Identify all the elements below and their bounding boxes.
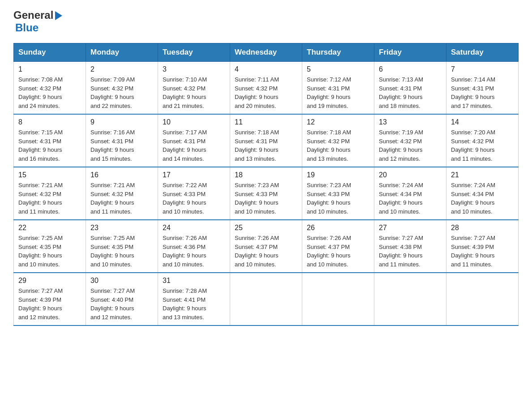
day-info: Sunrise: 7:11 AMSunset: 4:32 PMDaylight:… — [235, 75, 297, 110]
day-info: Sunrise: 7:10 AMSunset: 4:32 PMDaylight:… — [163, 75, 225, 110]
weekday-row: SundayMondayTuesdayWednesdayThursdayFrid… — [14, 43, 519, 62]
day-number: 9 — [90, 118, 153, 126]
calendar-cell: 15Sunrise: 7:21 AMSunset: 4:32 PMDayligh… — [14, 167, 86, 220]
day-number: 31 — [163, 277, 225, 285]
calendar-cell: 3Sunrise: 7:10 AMSunset: 4:32 PMDaylight… — [158, 62, 230, 115]
calendar-cell: 17Sunrise: 7:22 AMSunset: 4:33 PMDayligh… — [158, 167, 230, 220]
day-number: 17 — [163, 171, 225, 179]
calendar-cell: 29Sunrise: 7:27 AMSunset: 4:39 PMDayligh… — [14, 273, 86, 325]
weekday-header-thursday: Thursday — [302, 43, 374, 62]
calendar-cell: 22Sunrise: 7:25 AMSunset: 4:35 PMDayligh… — [14, 220, 86, 273]
day-info: Sunrise: 7:14 AMSunset: 4:31 PMDaylight:… — [451, 75, 514, 110]
day-info: Sunrise: 7:15 AMSunset: 4:31 PMDaylight:… — [18, 128, 81, 163]
calendar-cell: 5Sunrise: 7:12 AMSunset: 4:31 PMDaylight… — [302, 62, 374, 115]
calendar-cell: 23Sunrise: 7:25 AMSunset: 4:35 PMDayligh… — [86, 220, 158, 273]
day-number: 22 — [18, 224, 81, 232]
day-info: Sunrise: 7:27 AMSunset: 4:38 PMDaylight:… — [379, 234, 442, 269]
calendar-cell: 25Sunrise: 7:26 AMSunset: 4:37 PMDayligh… — [230, 220, 302, 273]
day-number: 5 — [307, 65, 369, 73]
day-number: 14 — [451, 118, 514, 126]
weekday-header-sunday: Sunday — [14, 43, 86, 62]
day-number: 28 — [451, 224, 514, 232]
day-info: Sunrise: 7:25 AMSunset: 4:35 PMDaylight:… — [18, 234, 81, 269]
day-number: 2 — [90, 65, 153, 73]
calendar-cell: 19Sunrise: 7:23 AMSunset: 4:33 PMDayligh… — [302, 167, 374, 220]
calendar-cell: 20Sunrise: 7:24 AMSunset: 4:34 PMDayligh… — [374, 167, 446, 220]
day-info: Sunrise: 7:27 AMSunset: 4:39 PMDaylight:… — [18, 287, 81, 321]
day-info: Sunrise: 7:22 AMSunset: 4:33 PMDaylight:… — [163, 181, 225, 216]
day-number: 11 — [235, 118, 297, 126]
logo-general-text: General — [13, 9, 53, 21]
calendar-cell: 30Sunrise: 7:27 AMSunset: 4:40 PMDayligh… — [86, 273, 158, 325]
calendar-cell: 9Sunrise: 7:16 AMSunset: 4:31 PMDaylight… — [86, 114, 158, 167]
day-number: 8 — [18, 118, 81, 126]
calendar-cell: 27Sunrise: 7:27 AMSunset: 4:38 PMDayligh… — [374, 220, 446, 273]
day-info: Sunrise: 7:19 AMSunset: 4:32 PMDaylight:… — [379, 128, 442, 163]
calendar-cell: 18Sunrise: 7:23 AMSunset: 4:33 PMDayligh… — [230, 167, 302, 220]
day-info: Sunrise: 7:08 AMSunset: 4:32 PMDaylight:… — [18, 75, 81, 110]
calendar-cell: 6Sunrise: 7:13 AMSunset: 4:31 PMDaylight… — [374, 62, 446, 115]
weekday-header-wednesday: Wednesday — [230, 43, 302, 62]
calendar-cell: 7Sunrise: 7:14 AMSunset: 4:31 PMDaylight… — [446, 62, 519, 115]
day-info: Sunrise: 7:18 AMSunset: 4:31 PMDaylight:… — [235, 128, 297, 163]
calendar-cell — [230, 273, 302, 325]
day-number: 15 — [18, 171, 81, 179]
calendar-cell — [446, 273, 519, 325]
day-info: Sunrise: 7:24 AMSunset: 4:34 PMDaylight:… — [451, 181, 514, 216]
day-number: 13 — [379, 118, 442, 126]
calendar-cell — [374, 273, 446, 325]
day-info: Sunrise: 7:24 AMSunset: 4:34 PMDaylight:… — [379, 181, 442, 216]
week-row: 29Sunrise: 7:27 AMSunset: 4:39 PMDayligh… — [14, 273, 519, 325]
calendar-cell: 28Sunrise: 7:27 AMSunset: 4:39 PMDayligh… — [446, 220, 519, 273]
day-info: Sunrise: 7:13 AMSunset: 4:31 PMDaylight:… — [379, 75, 442, 110]
day-number: 12 — [307, 118, 369, 126]
day-number: 1 — [18, 65, 81, 73]
calendar-cell: 8Sunrise: 7:15 AMSunset: 4:31 PMDaylight… — [14, 114, 86, 167]
logo-blue-text: Blue — [15, 21, 39, 34]
calendar-cell: 26Sunrise: 7:26 AMSunset: 4:37 PMDayligh… — [302, 220, 374, 273]
calendar-cell: 2Sunrise: 7:09 AMSunset: 4:32 PMDaylight… — [86, 62, 158, 115]
day-number: 18 — [235, 171, 297, 179]
day-info: Sunrise: 7:26 AMSunset: 4:37 PMDaylight:… — [235, 234, 297, 269]
logo-arrow-icon — [55, 11, 62, 20]
calendar-cell: 31Sunrise: 7:28 AMSunset: 4:41 PMDayligh… — [158, 273, 230, 325]
day-info: Sunrise: 7:27 AMSunset: 4:39 PMDaylight:… — [451, 234, 514, 269]
week-row: 1Sunrise: 7:08 AMSunset: 4:32 PMDaylight… — [14, 62, 519, 115]
calendar-header: SundayMondayTuesdayWednesdayThursdayFrid… — [14, 43, 519, 62]
day-number: 7 — [451, 65, 514, 73]
day-number: 27 — [379, 224, 442, 232]
day-info: Sunrise: 7:28 AMSunset: 4:41 PMDaylight:… — [163, 287, 225, 321]
weekday-header-saturday: Saturday — [446, 43, 519, 62]
weekday-header-monday: Monday — [86, 43, 158, 62]
calendar-cell: 14Sunrise: 7:20 AMSunset: 4:32 PMDayligh… — [446, 114, 519, 167]
calendar-cell: 12Sunrise: 7:18 AMSunset: 4:32 PMDayligh… — [302, 114, 374, 167]
day-number: 26 — [307, 224, 369, 232]
day-info: Sunrise: 7:12 AMSunset: 4:31 PMDaylight:… — [307, 75, 369, 110]
day-number: 10 — [163, 118, 225, 126]
day-info: Sunrise: 7:27 AMSunset: 4:40 PMDaylight:… — [90, 287, 153, 321]
day-number: 6 — [379, 65, 442, 73]
day-info: Sunrise: 7:09 AMSunset: 4:32 PMDaylight:… — [90, 75, 153, 110]
week-row: 15Sunrise: 7:21 AMSunset: 4:32 PMDayligh… — [14, 167, 519, 220]
day-number: 20 — [379, 171, 442, 179]
calendar-cell: 10Sunrise: 7:17 AMSunset: 4:31 PMDayligh… — [158, 114, 230, 167]
day-number: 23 — [90, 224, 153, 232]
calendar-body: 1Sunrise: 7:08 AMSunset: 4:32 PMDaylight… — [14, 62, 519, 326]
day-number: 24 — [163, 224, 225, 232]
calendar-cell: 4Sunrise: 7:11 AMSunset: 4:32 PMDaylight… — [230, 62, 302, 115]
day-number: 25 — [235, 224, 297, 232]
day-number: 19 — [307, 171, 369, 179]
day-info: Sunrise: 7:20 AMSunset: 4:32 PMDaylight:… — [451, 128, 514, 163]
calendar-cell: 21Sunrise: 7:24 AMSunset: 4:34 PMDayligh… — [446, 167, 519, 220]
page-header: General Blue — [13, 9, 519, 34]
logo: General Blue — [13, 9, 62, 34]
calendar-table: SundayMondayTuesdayWednesdayThursdayFrid… — [13, 43, 519, 326]
day-info: Sunrise: 7:23 AMSunset: 4:33 PMDaylight:… — [235, 181, 297, 216]
calendar-cell: 13Sunrise: 7:19 AMSunset: 4:32 PMDayligh… — [374, 114, 446, 167]
calendar-cell: 11Sunrise: 7:18 AMSunset: 4:31 PMDayligh… — [230, 114, 302, 167]
day-info: Sunrise: 7:16 AMSunset: 4:31 PMDaylight:… — [90, 128, 153, 163]
week-row: 8Sunrise: 7:15 AMSunset: 4:31 PMDaylight… — [14, 114, 519, 167]
weekday-header-tuesday: Tuesday — [158, 43, 230, 62]
day-info: Sunrise: 7:21 AMSunset: 4:32 PMDaylight:… — [90, 181, 153, 216]
calendar-cell — [302, 273, 374, 325]
